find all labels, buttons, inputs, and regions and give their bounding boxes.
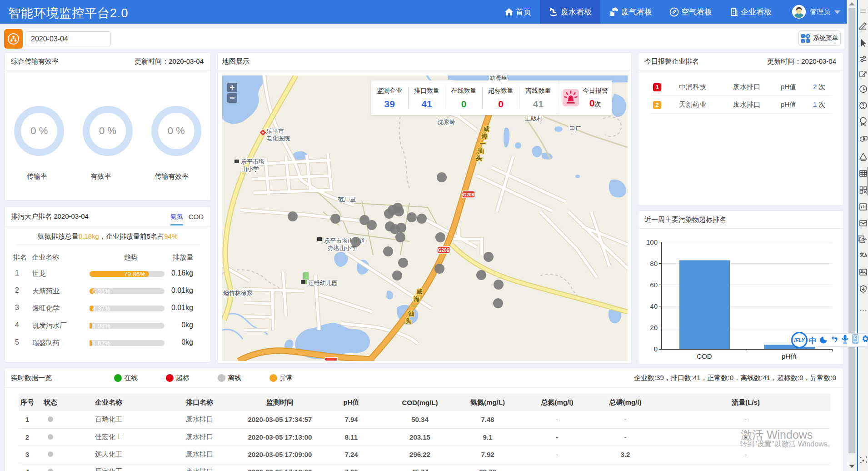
- svg-text:威: 威: [416, 288, 423, 295]
- svg-text:乐平市塔: 乐平市塔: [241, 158, 264, 165]
- svg-text:江维幼儿园: 江维幼儿园: [308, 280, 338, 286]
- svg-text:上畈村: 上畈村: [525, 115, 543, 122]
- svg-text:汕: 汕: [408, 310, 414, 317]
- svg-text:G206: G206: [463, 192, 474, 197]
- svg-text:pH值: pH值: [782, 352, 797, 360]
- svg-text:头: 头: [476, 155, 482, 161]
- svg-text:电化医院: 电化医院: [266, 135, 290, 142]
- svg-text:头: 头: [406, 317, 412, 324]
- svg-text:乐平市: 乐平市: [266, 128, 284, 135]
- svg-text:100: 100: [646, 238, 658, 246]
- svg-text:海: 海: [481, 133, 488, 140]
- svg-text:烟竹林徐家: 烟竹林徐家: [223, 290, 253, 296]
- svg-text:一: 一: [480, 140, 486, 147]
- svg-text:威: 威: [483, 125, 489, 132]
- svg-text:海: 海: [414, 296, 420, 302]
- svg-text:G206: G206: [438, 248, 449, 253]
- svg-text:甲厂: 甲厂: [569, 125, 581, 132]
- svg-text:20: 20: [650, 324, 658, 331]
- svg-text:山小学: 山小学: [241, 165, 259, 172]
- svg-text:一: 一: [411, 303, 417, 310]
- svg-text:范厂里: 范厂里: [338, 196, 356, 203]
- svg-text:COD: COD: [697, 352, 712, 360]
- svg-text:60: 60: [650, 281, 658, 289]
- svg-text:沈家岭: 沈家岭: [437, 119, 455, 125]
- svg-text:40: 40: [650, 302, 658, 310]
- svg-text:0: 0: [654, 345, 658, 353]
- svg-text:汕: 汕: [478, 147, 484, 154]
- svg-text:80: 80: [650, 260, 658, 267]
